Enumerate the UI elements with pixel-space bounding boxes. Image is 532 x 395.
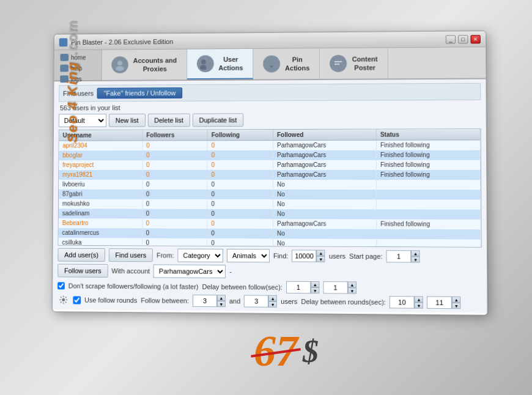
svg-point-11 [62,298,65,301]
cell-followed: No [273,229,376,239]
follow-between-input-2[interactable] [244,295,268,307]
follow-rounds-row: Use follow rounds Follow between: ▲ ▼ an… [57,293,482,309]
duplicate-list-button[interactable]: Duplicate list [193,113,244,127]
with-account-select[interactable]: ParhamagowCars [153,264,226,278]
col-following: Following [207,130,273,141]
cell-username: Bebeartro [59,218,142,228]
cell-followed: No [273,199,376,209]
table-row[interactable]: bboglar 0 0 ParhamagowCars Finished foll… [59,150,480,160]
table-row[interactable]: 87gabri 0 0 No [59,189,481,199]
accounts-icon [111,56,128,73]
find-users-bar: Find users "Fake" friends / Unfollow [59,83,481,102]
delay-input-1[interactable] [286,281,311,293]
table-row[interactable]: myra19821 0 0 ParhamagowCars Finished fo… [59,169,480,179]
tab-accounts[interactable]: Accounts and Proxies [102,50,187,80]
delete-list-button[interactable]: Delete list [147,114,190,127]
follow-between-2-up[interactable]: ▲ [268,295,277,301]
cell-following: 0 [207,179,273,189]
delay-spinner-2: ▲ ▼ [323,281,357,294]
cell-followed: No [273,190,376,199]
svg-rect-9 [335,61,342,62]
follow-between-input-1[interactable] [193,295,217,307]
svg-point-0 [117,61,122,65]
table-row[interactable]: sadelinam 0 0 No [59,209,481,220]
delay-rounds-1-down[interactable]: ▼ [415,303,423,309]
cell-status: Finished following [376,169,480,179]
dont-scrape-label: Don't scrape followers/following (a lot … [68,282,199,290]
delay-2-down[interactable]: ▼ [348,287,357,293]
delay-input-2[interactable] [323,281,347,293]
minimize-button[interactable]: _ [446,35,456,43]
follow-between-1-up[interactable]: ▲ [217,295,226,301]
svg-point-3 [200,65,207,70]
cell-following: 0 [207,150,273,160]
nav-tabs: Accounts and Proxies User Actions [102,47,486,80]
table-row[interactable]: april2304 0 0 ParhamagowCars Finished fo… [59,140,481,150]
col-followed: Followed [273,130,376,141]
add-find-row: Add user(s) Find users From: Category An… [57,248,481,264]
follow-between-2-buttons: ▲ ▼ [268,295,277,308]
follow-between-1-down[interactable]: ▼ [217,301,226,307]
cell-status: Finished following [376,150,480,160]
table-row[interactable]: freyaproject 0 0 ParhamagowCars Finished… [59,160,480,169]
cell-followers: 0 [142,209,207,218]
cell-followers: 0 [142,189,207,199]
delay-rounds-label: Delay between rounds(sec): [301,298,386,306]
find-spinner-up[interactable]: ▲ [317,250,325,256]
cell-followed: ParhamagowCars [273,169,376,179]
table-scroll[interactable]: Username Followers Following Followed St… [59,129,481,246]
maximize-button[interactable]: □ [458,35,468,43]
delay-rounds-2-buttons: ▲ ▼ [452,297,460,309]
delay-rounds-input-2[interactable] [427,297,452,309]
follow-users-button[interactable]: Follow users [57,264,108,278]
window-controls: _ □ ✕ [446,35,481,43]
start-page-input[interactable] [386,250,412,262]
start-page-down[interactable]: ▼ [411,256,419,262]
cell-username: catalinmercus [59,228,142,238]
cell-following: 0 [207,228,273,238]
cell-followers: 0 [142,228,207,238]
delay-1-up[interactable]: ▲ [311,281,319,287]
tab-user-actions[interactable]: User Actions [187,49,253,79]
cell-following: 0 [207,189,273,199]
col-followers: Followers [142,130,207,141]
app-window: Pin Blaster - 2.06 Exclusive Edition _ □… [52,31,488,316]
start-page-spinner: ▲ ▼ [386,250,420,263]
category-select[interactable]: Animals [227,249,270,262]
table-row[interactable]: csilluka 0 0 No [59,237,481,246]
price-number: 67 [254,326,298,377]
close-button[interactable]: ✕ [470,35,480,43]
delay-rounds-2-down[interactable]: ▼ [452,303,460,309]
new-list-button[interactable]: New list [109,114,146,127]
start-page-up[interactable]: ▲ [411,250,419,256]
delay-rounds-2-up[interactable]: ▲ [452,297,460,303]
delay-rounds-spinner-2: ▲ ▼ [427,297,460,309]
delay-rounds-input-1[interactable] [390,296,415,309]
tab-pin-actions[interactable]: Pin Actions [253,48,320,79]
add-user-button[interactable]: Add user(s) [57,248,105,262]
delay-2-up[interactable]: ▲ [348,281,357,287]
svg-rect-8 [334,60,344,67]
dash-label: - [229,268,232,275]
tab-content-poster[interactable]: Content Poster [320,48,388,79]
from-select[interactable]: Category [177,249,223,262]
tab-pin-actions-label: Pin Actions [285,55,309,73]
find-users-button[interactable]: Find users [109,248,153,262]
table-row[interactable]: livboeriu 0 0 No [59,179,480,189]
delay-spinner-1: ▲ ▼ [286,281,319,294]
pin-actions-icon [263,56,280,73]
cell-following: 0 [207,160,273,170]
cell-status [377,190,481,199]
find-input[interactable] [292,249,316,262]
follow-between-2-down[interactable]: ▼ [268,301,277,308]
delay-1-down[interactable]: ▼ [311,287,319,293]
dont-scrape-checkbox[interactable] [57,282,65,289]
delay-rounds-1-up[interactable]: ▲ [415,296,423,302]
find-spinner-down[interactable]: ▼ [317,256,325,262]
cell-status: Finished following [377,219,481,229]
gear-icon[interactable] [57,293,70,306]
fake-friends-tab[interactable]: "Fake" friends / Unfollow [97,87,182,98]
table-row[interactable]: mokushko 0 0 No [59,199,481,209]
use-follow-rounds-checkbox[interactable] [73,296,81,304]
cell-status: Finished following [376,160,480,169]
